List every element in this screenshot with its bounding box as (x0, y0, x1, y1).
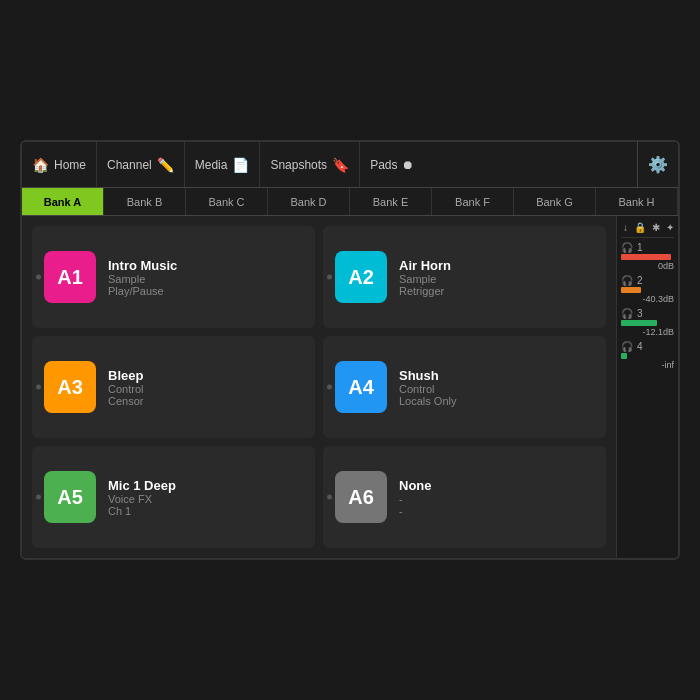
pad-info-a6: None-- (399, 478, 432, 517)
pad-dot-a6 (327, 495, 332, 500)
bank-b-label: Bank B (127, 196, 162, 208)
signal-icon: 📶 (616, 222, 617, 233)
pad-dot-a1 (36, 275, 41, 280)
pad-btn-a1[interactable]: A1 (44, 251, 96, 303)
file-icon: 📄 (232, 157, 249, 173)
bank-tab-f[interactable]: Bank F (432, 188, 514, 215)
nav-pads[interactable]: Pads ⏺ (360, 142, 638, 187)
pad-btn-a6[interactable]: A6 (335, 471, 387, 523)
nav-snapshots-label: Snapshots (270, 158, 327, 172)
pad-cell-a5[interactable]: A5Mic 1 DeepVoice FXCh 1 (32, 446, 315, 548)
meter-ch3-bar (621, 320, 657, 326)
meter-ch2-label: 🎧 2 (621, 275, 674, 286)
pad-btn-a3[interactable]: A3 (44, 361, 96, 413)
pad-sub1-a1: Sample (108, 273, 177, 285)
pad-sub2-a4: Locals Only (399, 395, 456, 407)
headphone-icon-1: 🎧 (621, 242, 633, 253)
pads-grid: A1Intro MusicSamplePlay/PauseA2Air HornS… (22, 216, 616, 558)
meter-ch1-bars (621, 254, 674, 260)
meter-ch2-db: -40.3dB (621, 294, 674, 304)
pad-sub1-a2: Sample (399, 273, 451, 285)
settings-icon: ⚙️ (648, 155, 668, 174)
pad-cell-a4[interactable]: A4ShushControlLocals Only (323, 336, 606, 438)
meter-ch2-bar (621, 287, 641, 293)
pad-name-a4: Shush (399, 368, 456, 383)
meter-ch3-bars (621, 320, 674, 326)
meter-ch1: 🎧 1 0dB (621, 242, 674, 271)
headphone-icon-2: 🎧 (621, 275, 633, 286)
pad-sub2-a5: Ch 1 (108, 505, 176, 517)
pad-sub1-a4: Control (399, 383, 456, 395)
meter-ch2: 🎧 2 -40.3dB (621, 275, 674, 304)
headphone-icon-4: 🎧 (621, 341, 633, 352)
meter-ch4-bars (621, 353, 674, 359)
nav-media[interactable]: Media 📄 (185, 142, 261, 187)
pencil-icon: ✏️ (157, 157, 174, 173)
pad-cell-a1[interactable]: A1Intro MusicSamplePlay/Pause (32, 226, 315, 328)
pad-name-a5: Mic 1 Deep (108, 478, 176, 493)
pad-dot-a4 (327, 385, 332, 390)
pad-dot-a2 (327, 275, 332, 280)
pad-sub2-a2: Retrigger (399, 285, 451, 297)
headphone-icon-3: 🎧 (621, 308, 633, 319)
pad-sub2-a6: - (399, 505, 432, 517)
pad-dot-a3 (36, 385, 41, 390)
star-icon: ✱ (652, 222, 660, 233)
bank-tab-d[interactable]: Bank D (268, 188, 350, 215)
meter-ch1-bar (621, 254, 671, 260)
pad-sub1-a5: Voice FX (108, 493, 176, 505)
pad-dot-a5 (36, 495, 41, 500)
pad-btn-a5[interactable]: A5 (44, 471, 96, 523)
bank-tab-h[interactable]: Bank H (596, 188, 678, 215)
pad-cell-a6[interactable]: A6None-- (323, 446, 606, 548)
pad-btn-a4[interactable]: A4 (335, 361, 387, 413)
nav-channel[interactable]: Channel ✏️ (97, 142, 185, 187)
home-icon: 🏠 (32, 157, 49, 173)
bank-d-label: Bank D (290, 196, 326, 208)
bank-tab-a[interactable]: Bank A (22, 188, 104, 215)
nav-snapshots[interactable]: Snapshots 🔖 (260, 142, 360, 187)
pad-info-a4: ShushControlLocals Only (399, 368, 456, 407)
bank-c-label: Bank C (208, 196, 244, 208)
nav-media-label: Media (195, 158, 228, 172)
pad-cell-a2[interactable]: A2Air HornSampleRetrigger (323, 226, 606, 328)
pad-cell-a3[interactable]: A3BleepControlCensor (32, 336, 315, 438)
meter-ch4-label: 🎧 4 (621, 341, 674, 352)
pad-name-a2: Air Horn (399, 258, 451, 273)
lock-icon: 🔒 (634, 222, 646, 233)
bank-a-label: Bank A (44, 196, 82, 208)
meter-ch2-num: 2 (637, 275, 643, 286)
device-frame: 🏠 Home Channel ✏️ Media 📄 Snapshots 🔖 Pa… (20, 140, 680, 560)
bank-tabs: Bank A Bank B Bank C Bank D Bank E Bank … (22, 188, 678, 216)
bank-f-label: Bank F (455, 196, 490, 208)
pad-sub2-a1: Play/Pause (108, 285, 177, 297)
meter-ch4-num: 4 (637, 341, 643, 352)
pad-info-a1: Intro MusicSamplePlay/Pause (108, 258, 177, 297)
pad-info-a2: Air HornSampleRetrigger (399, 258, 451, 297)
top-status-icons: ✂ ↩ 📶 ↓ 🔒 ✱ ✦ (621, 220, 674, 238)
sidebar-meters: ✂ ↩ 📶 ↓ 🔒 ✱ ✦ 🎧 1 0dB (616, 216, 678, 558)
bookmark-icon: 🔖 (332, 157, 349, 173)
down-icon: ↓ (623, 222, 628, 233)
pad-name-a6: None (399, 478, 432, 493)
nav-home[interactable]: 🏠 Home (22, 142, 97, 187)
nav-settings[interactable]: ⚙️ (638, 142, 678, 187)
bank-e-label: Bank E (373, 196, 408, 208)
bank-tab-c[interactable]: Bank C (186, 188, 268, 215)
bank-tab-b[interactable]: Bank B (104, 188, 186, 215)
nav-channel-label: Channel (107, 158, 152, 172)
pad-info-a3: BleepControlCensor (108, 368, 143, 407)
pad-name-a3: Bleep (108, 368, 143, 383)
pad-btn-a2[interactable]: A2 (335, 251, 387, 303)
bank-g-label: Bank G (536, 196, 573, 208)
bank-tab-g[interactable]: Bank G (514, 188, 596, 215)
bank-h-label: Bank H (618, 196, 654, 208)
bt-icon: ✦ (666, 222, 674, 233)
meter-ch3-db: -12.1dB (621, 327, 674, 337)
bank-tab-e[interactable]: Bank E (350, 188, 432, 215)
meter-ch4-bar (621, 353, 627, 359)
pad-name-a1: Intro Music (108, 258, 177, 273)
nav-pads-label: Pads (370, 158, 397, 172)
meter-ch3-num: 3 (637, 308, 643, 319)
meter-ch3: 🎧 3 -12.1dB (621, 308, 674, 337)
